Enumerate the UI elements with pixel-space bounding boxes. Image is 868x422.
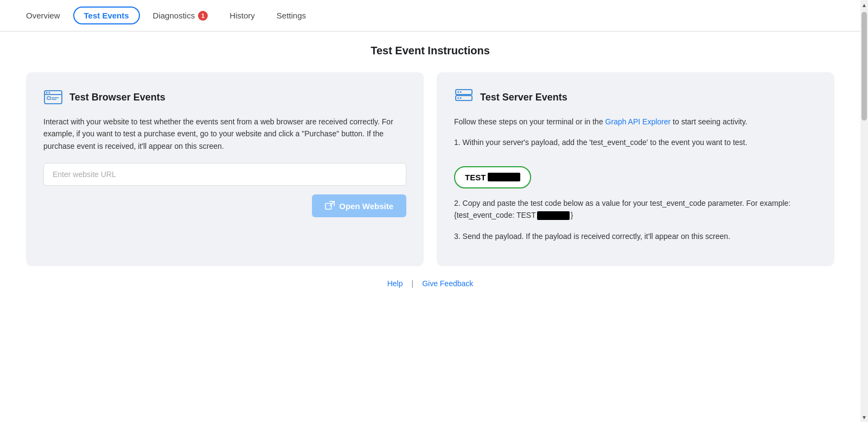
help-link[interactable]: Help — [387, 279, 403, 288]
scrollbar-track: ▲ ▼ — [860, 0, 868, 422]
server-intro: Follow these steps on your terminal or i… — [454, 116, 817, 128]
test-code-redacted — [488, 173, 520, 181]
tab-diagnostics[interactable]: Diagnostics 1 — [144, 7, 217, 25]
page-wrapper: Overview Test Events Diagnostics 1 Histo… — [0, 0, 868, 422]
graph-api-link[interactable]: Graph API Explorer — [605, 117, 671, 126]
server-step2: 2. Copy and paste the test code below as… — [454, 197, 817, 222]
scroll-up-arrow[interactable]: ▲ — [860, 0, 868, 10]
tab-bar: Overview Test Events Diagnostics 1 Histo… — [0, 0, 868, 32]
browser-events-card: Test Browser Events Interact with your w… — [26, 72, 424, 266]
browser-icon — [43, 87, 63, 107]
svg-point-13 — [457, 97, 459, 99]
open-website-button[interactable]: Open Website — [312, 194, 406, 217]
cards-row: Test Browser Events Interact with your w… — [26, 72, 834, 266]
svg-point-11 — [457, 91, 459, 93]
external-link-icon — [325, 201, 335, 211]
diagnostics-badge: 1 — [198, 11, 208, 21]
tab-settings[interactable]: Settings — [268, 7, 315, 24]
svg-point-12 — [460, 91, 462, 93]
footer-divider: | — [411, 279, 413, 288]
page-title: Test Event Instructions — [26, 45, 834, 57]
test-code-box: TEST — [454, 166, 531, 188]
server-step3: 3. Send the payload. If the payload is r… — [454, 230, 817, 242]
server-events-card: Test Server Events Follow these steps on… — [437, 72, 834, 266]
svg-point-14 — [460, 97, 462, 99]
tab-overview[interactable]: Overview — [17, 7, 69, 24]
give-feedback-link[interactable]: Give Feedback — [422, 279, 473, 288]
svg-point-2 — [46, 92, 48, 93]
main-content: Test Event Instructions Test Browser Eve… — [0, 32, 860, 310]
url-input[interactable] — [43, 163, 406, 186]
test-code-prefix: TEST — [465, 173, 486, 182]
tab-test-events[interactable]: Test Events — [73, 7, 140, 24]
browser-card-desc: Interact with your website to test wheth… — [43, 116, 406, 152]
tab-history[interactable]: History — [221, 7, 264, 24]
svg-rect-7 — [326, 204, 331, 210]
svg-point-3 — [49, 92, 50, 93]
server-icon — [454, 87, 474, 107]
svg-rect-4 — [47, 97, 50, 99]
server-card-title: Test Server Events — [480, 92, 567, 103]
browser-card-header: Test Browser Events — [43, 87, 406, 107]
browser-card-title: Test Browser Events — [69, 92, 165, 103]
footer-links: Help | Give Feedback — [26, 270, 834, 297]
server-step1: 1. Within your server's payload, add the… — [454, 136, 817, 148]
scroll-down-arrow[interactable]: ▼ — [860, 412, 868, 422]
scrollbar-thumb[interactable] — [861, 12, 867, 121]
test-code-redacted-2 — [537, 211, 570, 220]
server-card-header: Test Server Events — [454, 87, 817, 107]
